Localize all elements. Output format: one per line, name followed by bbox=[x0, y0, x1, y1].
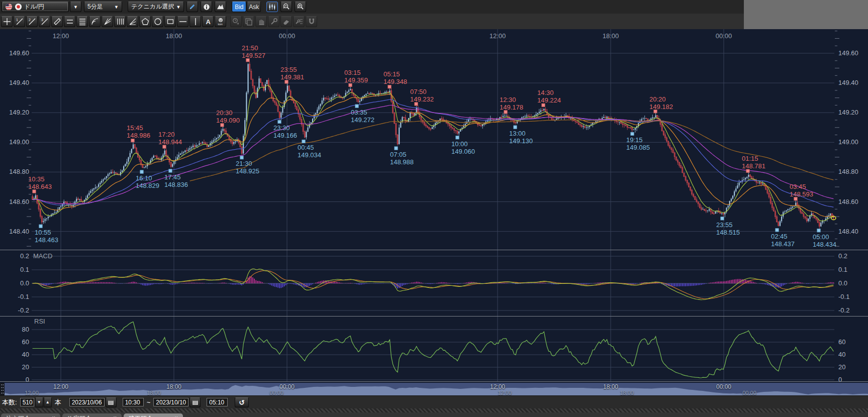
calendar-to-button[interactable] bbox=[189, 397, 201, 407]
copy-tool bbox=[243, 16, 254, 27]
bar-count-input[interactable]: 510 bbox=[20, 398, 34, 406]
icon-stamp-tool[interactable]: icon bbox=[215, 16, 226, 27]
svg-text:1: 1 bbox=[16, 18, 18, 22]
tab-建玉照会[interactable]: 建玉照会× bbox=[124, 413, 183, 417]
time-from-input[interactable]: 10:30 bbox=[123, 398, 144, 406]
chart-area[interactable]: 12:0018:0000:0012:0018:0000:00149.60149.… bbox=[0, 29, 868, 395]
currency-pair-selector[interactable]: ドル/円 bbox=[2, 2, 69, 12]
zoom-out-button[interactable] bbox=[280, 2, 292, 12]
bar-count-label: 本数: bbox=[2, 398, 17, 407]
japan-flag-icon bbox=[15, 3, 22, 11]
svg-text:3: 3 bbox=[41, 18, 43, 22]
svg-text:A: A bbox=[206, 18, 211, 25]
tab-close-icon[interactable]: × bbox=[52, 414, 55, 417]
rect-icon bbox=[166, 18, 174, 26]
mountain-icon bbox=[217, 3, 224, 11]
info-button[interactable] bbox=[201, 2, 212, 12]
time-to-input[interactable]: 05:10 bbox=[207, 398, 228, 406]
fibonacci-fan-tool[interactable] bbox=[102, 16, 113, 27]
text-icon: A bbox=[204, 18, 212, 26]
reload-icon: ↺ bbox=[239, 398, 245, 406]
draw-pencil-button[interactable] bbox=[186, 2, 198, 12]
svg-text:icon: icon bbox=[218, 23, 222, 26]
area-chart-button[interactable] bbox=[215, 2, 226, 12]
timeframe-label: 5分足 bbox=[87, 3, 103, 11]
circle-tool[interactable] bbox=[152, 16, 163, 27]
top-toolbar: ドル/円 ▼ 5分足 ▼ テクニカル選択 ▼ Bid Ask 123Aicon bbox=[0, 0, 868, 29]
pair-label: ドル/円 bbox=[24, 3, 44, 11]
count-down-button[interactable]: ▼ bbox=[35, 397, 43, 407]
calendar-icon bbox=[108, 399, 114, 405]
line1-icon: 1 bbox=[16, 18, 24, 26]
technical-select-button[interactable]: テクニカル選択 ▼ bbox=[128, 2, 184, 12]
bottom-tabs: 注文照会×約定照会×建玉照会× bbox=[0, 412, 868, 417]
magnet-tool bbox=[306, 16, 317, 27]
pair-dropdown-button[interactable]: ▼ bbox=[70, 2, 81, 12]
crosshair-tool[interactable] bbox=[1, 16, 13, 27]
timeframe-selector[interactable]: 5分足 ▼ bbox=[84, 2, 122, 12]
hand-icon bbox=[257, 18, 265, 26]
fibonacci-arc-tool[interactable] bbox=[89, 16, 101, 27]
ruler-tool[interactable] bbox=[51, 16, 63, 27]
tab-label: 注文照会 bbox=[6, 414, 30, 417]
svg-text:2: 2 bbox=[29, 18, 31, 22]
tab-close-icon[interactable]: × bbox=[175, 414, 178, 417]
parallel-icon bbox=[66, 18, 74, 26]
price-chart-canvas[interactable] bbox=[0, 29, 868, 395]
tab-label: 建玉照会 bbox=[129, 414, 153, 417]
multi-line-tool[interactable] bbox=[76, 16, 88, 27]
bid-button[interactable]: Bid bbox=[232, 2, 246, 12]
range-tilde: ~ bbox=[147, 398, 151, 406]
hline-icon bbox=[179, 18, 187, 26]
zoom-out-icon bbox=[282, 3, 290, 11]
candlestick-chart-type-button[interactable] bbox=[266, 2, 278, 12]
pattern-strip bbox=[0, 408, 868, 412]
vline-icon bbox=[191, 18, 200, 26]
date-from-input[interactable]: 2023/10/06 bbox=[69, 398, 105, 406]
reload-button[interactable]: ↺ bbox=[235, 397, 249, 407]
zoom-in-icon bbox=[297, 3, 304, 11]
bottom-toolbar: 本数: 510 ▼ ▲ 本 2023/10/06 10:30 ~ 2023/10… bbox=[0, 395, 868, 408]
fan-icon bbox=[104, 18, 112, 26]
mlines-icon bbox=[78, 18, 86, 26]
parallel-lines-tool[interactable] bbox=[64, 16, 75, 27]
time-shift-tool bbox=[230, 16, 242, 27]
tab-close-icon[interactable]: × bbox=[114, 414, 117, 417]
calendar-from-button[interactable] bbox=[106, 397, 117, 407]
tab-label: 約定照会 bbox=[67, 414, 91, 417]
date-to-input[interactable]: 2023/10/10 bbox=[153, 398, 188, 406]
speed-line-tool[interactable] bbox=[127, 16, 138, 27]
candlestick-chart-icon bbox=[268, 3, 276, 11]
adjust-tool bbox=[268, 16, 279, 27]
eraser-tool bbox=[280, 16, 292, 27]
main-toolbar-row: ドル/円 ▼ 5分足 ▼ テクニカル選択 ▼ Bid Ask bbox=[0, 0, 745, 14]
clock-icon bbox=[232, 18, 240, 26]
chevron-down-icon: ▼ bbox=[73, 5, 78, 10]
count-up-button[interactable]: ▲ bbox=[44, 397, 52, 407]
horizontal-line-tool[interactable] bbox=[177, 16, 188, 27]
text-tool[interactable]: A bbox=[202, 16, 214, 27]
ask-button[interactable]: Ask bbox=[247, 2, 261, 12]
pentagon-tool[interactable] bbox=[139, 16, 151, 27]
zoom-in-button[interactable] bbox=[295, 2, 306, 12]
fx-chart-app: ドル/円 ▼ 5分足 ▼ テクニカル選択 ▼ Bid Ask 123Aicon … bbox=[0, 0, 868, 417]
tab-注文照会[interactable]: 注文照会× bbox=[1, 413, 60, 417]
fibonacci-retracement-tool[interactable] bbox=[114, 16, 126, 27]
trendline-2-tool[interactable]: 2 bbox=[26, 16, 38, 27]
trendline-1-tool[interactable]: 1 bbox=[14, 16, 25, 27]
stamp-icon: icon bbox=[217, 18, 225, 26]
circle-icon bbox=[154, 18, 162, 26]
retrace-icon bbox=[116, 18, 124, 26]
corner-panel bbox=[744, 0, 868, 29]
info-icon bbox=[203, 4, 210, 11]
tab-約定照会[interactable]: 約定照会× bbox=[62, 413, 122, 417]
speed-icon bbox=[129, 18, 137, 26]
rectangle-tool[interactable] bbox=[164, 16, 176, 27]
calendar-icon bbox=[192, 399, 199, 405]
wrenchlist-icon bbox=[295, 18, 303, 26]
arc-icon bbox=[91, 18, 99, 26]
vertical-line-tool[interactable] bbox=[189, 16, 201, 27]
trendline-3-tool[interactable]: 3 bbox=[39, 16, 50, 27]
line3-icon: 3 bbox=[41, 18, 49, 26]
bar-count-unit: 本 bbox=[55, 398, 61, 407]
